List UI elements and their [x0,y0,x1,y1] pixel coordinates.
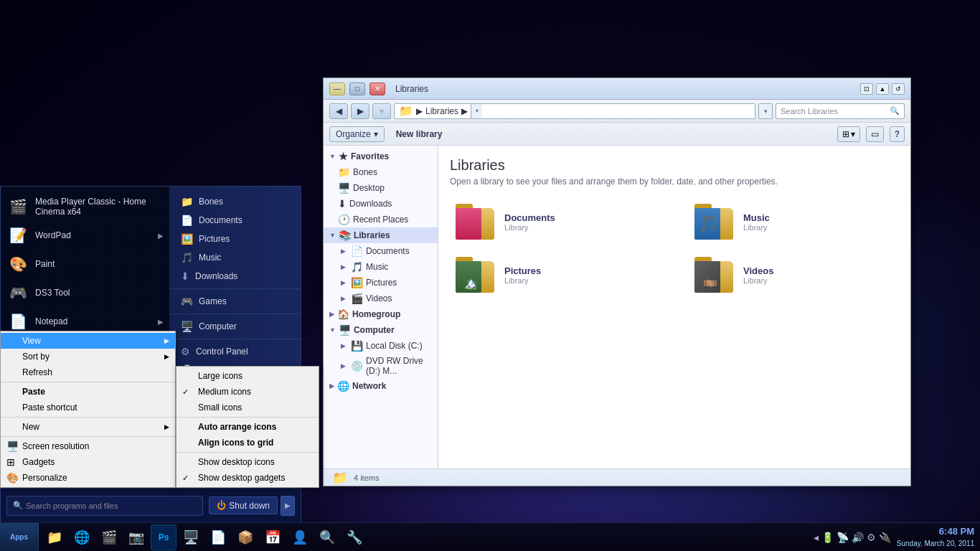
taskbar-right: ◂ 🔋 📡 🔊 ⚙ 🔌 6:48 PM Sunday, March 20, 20… [814,525,980,548]
music-label: Music [366,262,388,272]
start-right-music[interactable]: 🎵 Music [169,248,301,267]
start-button[interactable]: Apps [0,523,39,552]
taskbar-icon-browser[interactable]: 🌐 [69,524,95,550]
ctx-refresh[interactable]: Refresh [1,364,175,380]
taskbar-icon-ps[interactable]: Ps [151,524,176,550]
view-align-grid[interactable]: Align icons to grid [176,435,319,451]
dropdown-button[interactable]: ▾ [372,103,391,119]
start-app-paint[interactable]: 🎨 Paint [1,250,169,278]
sidebar-item-music[interactable]: ▶ 🎵 Music [324,259,438,275]
start-right-computer[interactable]: 🖥️ Computer [169,317,301,336]
start-app-media-player[interactable]: 🎬 Media Player Classic - Home Cinema x64 [1,192,169,221]
start-app-wordpad[interactable]: 📝 WordPad ▶ [1,221,169,250]
wordpad-icon: 📝 [6,224,29,247]
address-bar[interactable]: 📁 ▶ Libraries ▶ ▾ [394,103,755,119]
sidebar-item-downloads[interactable]: ⬇ Downloads [324,196,438,212]
network-section[interactable]: ▶ 🌐 Network [324,378,438,394]
taskbar-icon-tools[interactable]: 🔧 [341,524,367,550]
new-library-button[interactable]: New library [390,127,448,141]
sidebar-item-recent[interactable]: 🕐 Recent Places [324,212,438,227]
control-panel-icon: ⚙ [181,346,190,357]
view-small-icons[interactable]: Small icons [176,400,319,415]
start-right-games[interactable]: 🎮 Games [169,292,301,311]
taskbar-icon-folder[interactable]: 📁 [42,524,67,550]
sidebar-item-desktop[interactable]: 🖥️ Desktop [324,180,438,196]
start-right-pictures[interactable]: 🖼️ Pictures [169,230,301,248]
search-box[interactable]: 🔍 Search programs and files [6,496,203,516]
libraries-title: Libraries [450,157,899,174]
libraries-section[interactable]: ▼ 📚 Libraries [324,227,438,243]
start-right-bones[interactable]: 📁 Bones [169,192,301,211]
ctx-sort[interactable]: Sort by [1,349,175,364]
view-large-icons[interactable]: Large icons [176,368,319,384]
maximize-button[interactable]: □ [349,83,365,95]
tray-expand-icon[interactable]: ◂ [814,532,819,543]
view-show-desktop-icons[interactable]: Show desktop icons [176,454,319,470]
forward-button[interactable]: ▶ [351,103,369,119]
favorites-section[interactable]: ▼ ★ Favorites [324,149,438,164]
paint-label: Paint [35,259,164,269]
ctx-screen-resolution[interactable]: 🖥️ Screen resolution [1,438,175,454]
taskbar-clock[interactable]: 6:48 PM Sunday, March 20, 2011 [897,525,974,548]
sidebar-item-local-disk[interactable]: ▶ 💾 Local Disk (C:) [324,338,438,354]
ctx-paste-shortcut[interactable]: Paste shortcut [1,400,175,415]
close-button[interactable]: ✕ [369,83,385,95]
ctx-personalize[interactable]: 🎨 Personalize [1,470,175,486]
bones-folder-icon: 📁 [338,166,350,178]
computer-section[interactable]: ▼ 🖥️ Computer [324,322,438,338]
view-small-label: Small icons [198,402,242,413]
start-right-control-panel[interactable]: ⚙ Control Panel [169,342,301,361]
pane-button[interactable]: ▭ [866,126,884,142]
taskbar-icon-search[interactable]: 🔍 [314,524,340,550]
tray-volume-icon[interactable]: 🔊 [852,532,864,543]
view-auto-arrange[interactable]: Auto arrange icons [176,419,319,435]
window-up-btn[interactable]: ▲ [876,83,889,95]
search-bar[interactable]: Search Libraries 🔍 [776,103,905,119]
taskbar-icon-archive[interactable]: 📦 [232,524,258,550]
sidebar-item-documents[interactable]: ▶ 📄 Documents [324,243,438,259]
address-dropdown[interactable]: ▾ [471,104,482,118]
view-show-gadgets-label: Show desktop gadgets [198,473,285,483]
taskbar-icon-monitor[interactable]: 🖥️ [178,524,204,550]
sidebar-item-pictures[interactable]: ▶ 🖼️ Pictures [324,275,438,291]
minimize-button[interactable]: — [329,83,345,95]
view-medium-icons[interactable]: ✓ Medium icons [176,384,319,400]
restore-down-btn[interactable]: ⊡ [860,83,873,95]
taskbar-icon-photo[interactable]: 📷 [123,524,149,550]
library-item-pictures[interactable]: 🏔️ Pictures Library [450,254,660,296]
start-label: Apps [10,533,28,541]
help-button[interactable]: ? [890,126,905,142]
taskbar-icon-file[interactable]: 📄 [205,524,231,550]
shutdown-button[interactable]: ⏻ Shut down [209,496,278,514]
view-show-gadgets[interactable]: ✓ Show desktop gadgets [176,470,319,486]
taskbar-icon-media[interactable]: 🎬 [96,524,122,550]
start-right-downloads[interactable]: ⬇ Downloads [169,267,301,286]
start-app-ds3tool[interactable]: 🎮 DS3 Tool [1,278,169,307]
ctx-view[interactable]: View [1,333,175,349]
library-item-music[interactable]: 🎵 Music Library [689,201,899,242]
library-item-videos[interactable]: 🎞️ Videos Library [689,254,899,296]
downloads-right-icon: ⬇ [181,270,189,282]
view-options-button[interactable]: ⊞ ▾ [837,126,860,142]
sidebar-item-dvd-drive[interactable]: ▶ 💿 DVD RW Drive (D:) M... [324,354,438,378]
start-right-documents[interactable]: 📄 Documents [169,211,301,230]
homegroup-section[interactable]: ▶ 🏠 Homegroup [324,306,438,322]
shutdown-arrow-button[interactable]: ▶ [281,496,295,516]
library-item-documents[interactable]: Documents Library [450,201,660,242]
view-submenu: Large icons ✓ Medium icons Small icons A… [176,366,319,488]
address-extra-btn[interactable]: ▾ [758,103,773,119]
sidebar-item-videos[interactable]: ▶ 🎬 Videos [324,291,438,306]
organize-button[interactable]: Organize ▾ [329,126,385,142]
ctx-new[interactable]: New [1,419,175,435]
taskbar-icon-calendar[interactable]: 📅 [260,524,286,550]
shutdown-label: Shut down [229,501,270,511]
window-refresh-btn[interactable]: ↺ [892,83,905,95]
sidebar-item-bones[interactable]: 📁 Bones [324,164,438,180]
wordpad-label: WordPad [35,230,152,240]
ctx-divider3 [1,436,175,437]
libraries-grid: Documents Library 🎵 Music Library [450,201,899,296]
ctx-gadgets[interactable]: ⊞ Gadgets [1,454,175,470]
taskbar-icon-user[interactable]: 👤 [287,524,313,550]
ctx-paste[interactable]: Paste [1,384,175,400]
back-button[interactable]: ◀ [329,103,348,119]
